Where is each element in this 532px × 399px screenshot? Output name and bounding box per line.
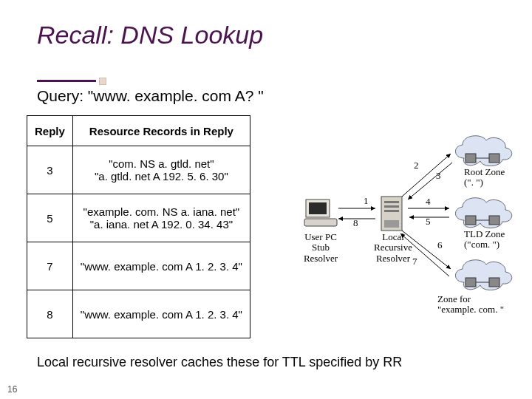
reply-cell: 3 bbox=[27, 146, 73, 194]
rr-cell: "www. example. com A 1. 2. 3. 4" bbox=[72, 290, 250, 338]
col-header-rr: Resource Records in Reply bbox=[72, 116, 250, 146]
rr-cell: "www. example. com A 1. 2. 3. 4" bbox=[72, 242, 250, 290]
slide-title: Recall: DNS Lookup bbox=[37, 21, 263, 50]
table-row: 8 "www. example. com A 1. 2. 3. 4" bbox=[27, 290, 250, 338]
slide-subtitle: Query: "www. example. com A? " bbox=[37, 87, 264, 105]
page-number: 16 bbox=[7, 384, 17, 395]
edge-label: 1 bbox=[364, 195, 369, 207]
col-header-reply: Reply bbox=[27, 116, 73, 146]
reply-cell: 8 bbox=[27, 290, 73, 338]
table-row: 3 "com. NS a. gtld. net""a. gtld. net A … bbox=[27, 146, 250, 194]
rr-cell: "com. NS a. gtld. net""a. gtld. net A 19… bbox=[72, 146, 250, 194]
edge-label: 3 bbox=[436, 170, 441, 182]
table-row: 7 "www. example. com A 1. 2. 3. 4" bbox=[27, 242, 250, 290]
local-resolver-label: LocalRecursiveResolver bbox=[364, 232, 423, 264]
accent-bar bbox=[37, 80, 96, 82]
rr-cell: "example. com. NS a. iana. net""a. iana.… bbox=[72, 194, 250, 242]
edge-label: 8 bbox=[353, 217, 358, 229]
svg-line-19 bbox=[402, 154, 451, 197]
edge-label: 4 bbox=[426, 196, 431, 208]
root-zone-label: Root Zone(". ") bbox=[464, 167, 525, 188]
example-zone-label: Zone for"example. com. " bbox=[437, 294, 526, 316]
accent-square bbox=[99, 78, 106, 85]
dns-topology-diagram: 1 2 3 4 5 6 7 8 User PCStubResolver Loca… bbox=[290, 129, 523, 335]
reply-cell: 5 bbox=[27, 194, 73, 242]
table-row: 5 "example. com. NS a. iana. net""a. ian… bbox=[27, 194, 250, 242]
edge-label: 6 bbox=[437, 239, 443, 251]
edge-label: 2 bbox=[414, 160, 419, 171]
slide-caption: Local recursive resolver caches these fo… bbox=[37, 355, 402, 370]
user-pc-label: User PCStubResolver bbox=[291, 232, 350, 264]
reply-cell: 7 bbox=[27, 242, 73, 290]
dns-reply-table: Reply Resource Records in Reply 3 "com. … bbox=[27, 115, 250, 338]
edge-label: 5 bbox=[426, 216, 431, 228]
tld-zone-label: TLD Zone("com. ") bbox=[464, 229, 525, 250]
